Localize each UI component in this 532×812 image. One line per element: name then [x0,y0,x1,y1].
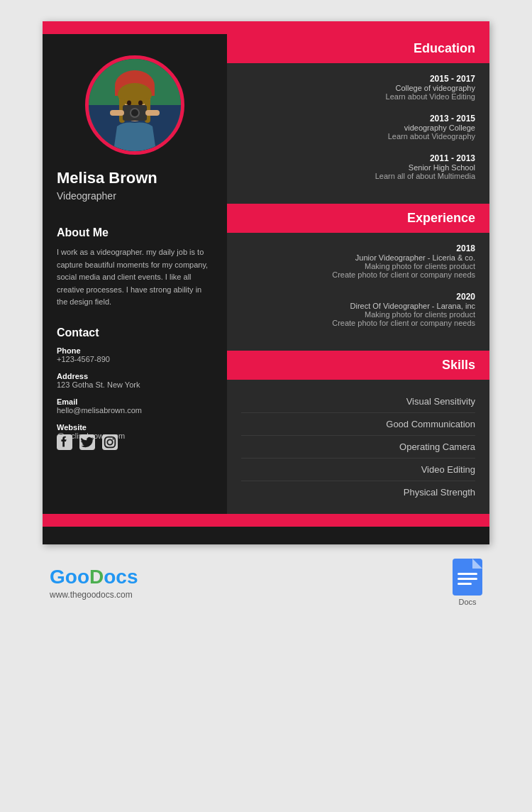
contact-email: Email hello@melisabrown.com [57,397,213,415]
contact-section: Contact Phone +123-4567-890 Address 123 … [57,316,213,449]
website-label: Website [57,423,213,432]
skills-header: Skills [227,351,489,380]
exp-company-1: Junior Videographer - Liceria & co. [241,253,475,262]
svg-point-9 [138,101,143,106]
svg-rect-25 [458,583,472,585]
education-section: Education 2015 - 2017 College of videogr… [227,34,489,204]
contact-phone: Phone +123-4567-890 [57,346,213,363]
edu-entry-3: 2011 - 2013 Senior High School Learn all… [241,153,475,180]
person-name-block: Melisa Brown Videographer [57,169,213,216]
instagram-icon-svg[interactable] [102,434,118,450]
education-heading: Education [414,41,475,55]
docs-file-icon [453,559,482,596]
svg-point-20 [112,438,113,439]
address-label: Address [57,372,213,380]
docs-label: Docs [458,598,476,606]
left-column: Melisa Brown Videographer About Me I wor… [43,34,227,514]
education-header: Education [227,34,489,63]
bottom-accent-bar [43,514,489,527]
svg-rect-24 [458,578,477,580]
exp-detail-2a: Making photo for clients product [241,310,475,319]
edu-entry-2: 2013 - 2015 videography College Learn ab… [241,114,475,141]
edu-year-2: 2013 - 2015 [241,114,475,124]
experience-section: Experience 2018 Junior Videographer - Li… [227,204,489,351]
phone-label: Phone [57,346,213,355]
resume-card: Melisa Brown Videographer About Me I wor… [43,21,489,544]
svg-rect-14 [145,110,160,116]
edu-inst-2: videography College [241,124,475,132]
skill-5: Physical Strength [241,481,475,503]
edu-desc-3: Learn all of about Multimedia [241,172,475,180]
edu-entry-1: 2015 - 2017 College of videography Learn… [241,74,475,101]
about-heading: About Me [57,226,213,239]
avatar-ring [85,55,184,155]
brand-logo: GooDocs www.thegoodocs.com [50,566,138,600]
twitter-icon-svg[interactable] [79,434,95,450]
skill-2: Good Communication [241,413,475,436]
svg-point-12 [131,109,138,116]
contact-heading: Contact [57,327,213,339]
skill-4: Video Editing [241,459,475,481]
edu-year-3: 2011 - 2013 [241,153,475,163]
avatar-photo [89,59,181,151]
svg-rect-13 [110,110,124,116]
about-text: I work as a videographer. my daily job i… [57,246,213,309]
brand-url: www.thegoodocs.com [50,590,138,600]
docs-icon-container: Docs [453,559,482,606]
svg-rect-23 [458,573,477,575]
about-section: About Me I work as a videographer. my da… [57,216,213,316]
experience-heading: Experience [407,211,475,225]
avatar-svg [89,59,181,151]
address-value: 123 Gotha St. New York [57,380,213,389]
skill-1: Visual Sensitivity [241,390,475,413]
exp-entry-1: 2018 Junior Videographer - Liceria & co.… [241,243,475,279]
brand-goo: Goo [50,566,89,588]
right-column: Education 2015 - 2017 College of videogr… [227,34,489,514]
brand-ocs: ocs [104,566,138,588]
avatar-container [57,55,213,155]
brand-d: D [89,566,104,588]
facebook-icon-svg[interactable] [57,434,72,450]
exp-year-2: 2020 [241,292,475,302]
edu-inst-1: College of videography [241,84,475,92]
email-value: hello@melisabrown.com [57,406,213,415]
main-content: Melisa Brown Videographer About Me I wor… [43,34,489,514]
edu-desc-1: Learn about Video Editing [241,92,475,101]
skills-section: Skills Visual Sensitivity Good Communica… [227,351,489,514]
exp-year-1: 2018 [241,243,475,253]
email-label: Email [57,397,213,406]
education-body: 2015 - 2017 College of videography Learn… [227,63,489,204]
edu-year-1: 2015 - 2017 [241,74,475,84]
exp-entry-2: 2020 Direct Of Videographer - Larana, in… [241,292,475,327]
exp-detail-2b: Create photo for client or company needs [241,319,475,327]
brand-name-row: GooDocs [50,566,138,588]
social-icons-row [57,434,213,450]
exp-company-2: Direct Of Videographer - Larana, inc [241,302,475,310]
exp-detail-1b: Create photo for client or company needs [241,270,475,279]
skills-heading: Skills [442,358,475,372]
experience-body: 2018 Junior Videographer - Liceria & co.… [227,233,489,351]
edu-desc-2: Learn about Videography [241,132,475,141]
person-title: Videographer [57,190,213,202]
svg-point-8 [127,101,131,106]
footer-branding: GooDocs www.thegoodocs.com Docs [43,544,489,613]
person-name: Melisa Brown [57,169,213,187]
skill-3: Operating Camera [241,436,475,459]
contact-address: Address 123 Gotha St. New York [57,372,213,389]
skills-body: Visual Sensitivity Good Communication Op… [227,380,489,514]
bottom-strip [43,527,489,544]
top-accent-bar [43,21,489,34]
edu-inst-3: Senior High School [241,163,475,172]
exp-detail-1a: Making photo for clients product [241,262,475,270]
page-wrapper: Melisa Brown Videographer About Me I wor… [0,0,532,812]
phone-value: +123-4567-890 [57,355,213,363]
experience-header: Experience [227,204,489,233]
